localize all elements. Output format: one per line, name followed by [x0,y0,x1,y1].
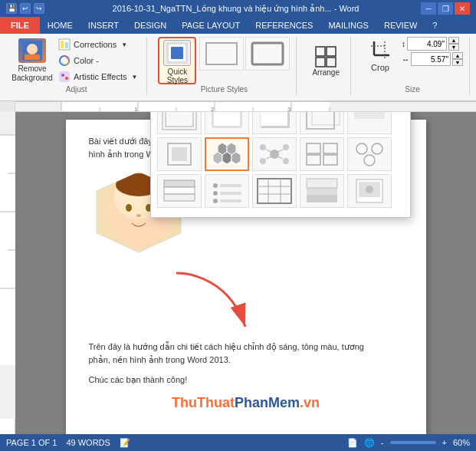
picture-styles-dropdown[interactable] [150,112,411,218]
status-bar: PAGE 1 OF 1 49 WORDS 📝 📄 🌐 - + 60% [0,434,476,451]
style-center[interactable] [157,137,202,171]
height-down[interactable]: ▼ [448,44,459,51]
svg-rect-92 [164,180,195,187]
svg-point-47 [126,204,132,212]
help-icon[interactable]: ? [425,17,445,34]
svg-point-95 [213,183,218,188]
save-icon[interactable]: 💾 [6,3,17,14]
corrections-label: Corrections [74,40,117,49]
width-input[interactable] [411,52,451,66]
view-print-icon[interactable]: 📄 [347,438,358,448]
references-menu[interactable]: REFERENCES [248,17,320,34]
zoom-slider[interactable] [390,441,436,444]
svg-rect-5 [65,42,68,48]
style-soft-edge[interactable] [205,112,249,134]
review-menu[interactable]: REVIEW [376,17,425,34]
page-layout-menu[interactable]: PAGE LAYOUT [174,17,248,34]
svg-rect-70 [172,147,187,161]
style-double-rect[interactable] [157,112,202,134]
remove-background-button[interactable]: RemoveBackground [12,37,52,84]
undo-icon[interactable]: ↩ [20,3,31,14]
svg-line-81 [266,150,271,152]
height-row: ↕ ▲ ▼ [402,37,463,51]
style-reflected[interactable] [347,112,392,134]
style-grid-4[interactable] [300,137,344,171]
svg-marker-74 [222,152,231,164]
height-icon: ↕ [402,40,405,48]
svg-text:3: 3 [287,106,291,111]
design-menu[interactable]: DESIGN [126,17,174,34]
artistic-effects-button[interactable]: Artistic Effects ▼ [55,69,140,84]
svg-point-9 [65,77,68,80]
window-controls: ─ ❐ ✕ [421,2,470,15]
artistic-effects-icon [58,71,71,83]
file-menu[interactable]: FILE [0,17,40,34]
arrange-button[interactable]: Arrange [307,37,344,84]
svg-text:2: 2 [211,106,215,111]
page: Bài viết dưới đây giới thiệu chi tiết cá… [66,120,426,434]
corrections-button[interactable]: Corrections ▼ [55,37,140,52]
doc-text-2: Trên đây là hướng dẫn chi tiết cách hiệu… [89,341,403,366]
arrange-group: Arrange [301,37,351,95]
style-stacked[interactable] [300,174,344,208]
redo-icon[interactable]: ↪ [34,3,44,14]
height-up[interactable]: ▲ [448,37,459,44]
size-group-content: Crop ↕ ▲ ▼ ↔ ▲ ▼ [362,37,463,85]
svg-point-49 [136,214,141,217]
size-group: Crop ↕ ▲ ▼ ↔ ▲ ▼ [356,37,470,95]
home-menu[interactable]: HOME [40,17,80,34]
svg-point-91 [364,155,375,166]
insert-menu[interactable]: INSERT [80,17,126,34]
svg-rect-58 [166,112,193,127]
minimize-button[interactable]: ─ [421,2,436,15]
style-circle-group[interactable] [347,137,392,171]
style-cell-2[interactable] [245,37,290,71]
corrections-icon [58,38,71,51]
zoom-level: 60% [453,438,470,447]
width-down[interactable]: ▼ [452,59,463,66]
style-perspective[interactable] [300,112,344,134]
view-web-icon[interactable]: 🌐 [364,438,375,448]
adjust-group: RemoveBackground Corrections ▼ Color - [6,37,147,95]
width-up[interactable]: ▲ [452,52,463,59]
svg-rect-57 [162,112,196,130]
horizontal-ruler: 1 2 3 [15,101,476,111]
style-polaroid[interactable] [347,174,392,208]
adjust-small-buttons: Corrections ▼ Color - Artistic Effects ▼ [55,37,140,84]
style-molecule[interactable] [252,137,297,171]
svg-rect-63 [259,112,261,128]
style-bevel[interactable] [252,112,297,134]
document-content[interactable]: Bài viết dưới đây giới thiệu chi tiết cá… [15,112,476,434]
style-list-bullets[interactable] [205,174,249,208]
svg-rect-12 [171,47,183,59]
remove-background-icon [18,38,46,63]
quick-styles-label: QuickStyles [167,67,188,84]
document-area: Bài viết dưới đây giới thiệu chi tiết cá… [0,112,476,434]
size-group-label: Size [405,85,419,94]
style-grid-border[interactable] [252,174,297,208]
words-status: 49 WORDS [66,438,110,447]
height-input[interactable] [407,37,447,51]
crop-label: Crop [371,63,389,72]
zoom-in-button[interactable]: + [442,438,447,447]
style-table-3row[interactable] [157,174,202,208]
style-hexagons[interactable] [205,137,249,171]
svg-rect-101 [258,179,291,203]
mailings-menu[interactable]: MAILINGS [320,17,376,34]
color-button[interactable]: Color - [55,53,140,68]
quick-styles-button[interactable]: QuickStyles [158,37,196,84]
close-button[interactable]: ✕ [455,2,470,15]
size-inputs: ↕ ▲ ▼ ↔ ▲ ▼ [402,37,463,66]
vertical-ruler [0,112,15,434]
arrange-icon [314,45,337,68]
svg-marker-73 [213,152,222,164]
restore-button[interactable]: ❐ [438,2,453,15]
width-row: ↔ ▲ ▼ [402,52,463,66]
height-spin: ▲ ▼ [448,37,459,51]
window-title: 2016-10-31_NgaTTN_Lồng khung và hiệu ứng… [51,4,421,14]
crop-button[interactable]: Crop [362,37,399,74]
style-cell-1[interactable] [199,37,244,71]
svg-point-77 [260,144,266,150]
zoom-out-button[interactable]: - [381,438,384,447]
svg-point-1 [27,44,38,54]
